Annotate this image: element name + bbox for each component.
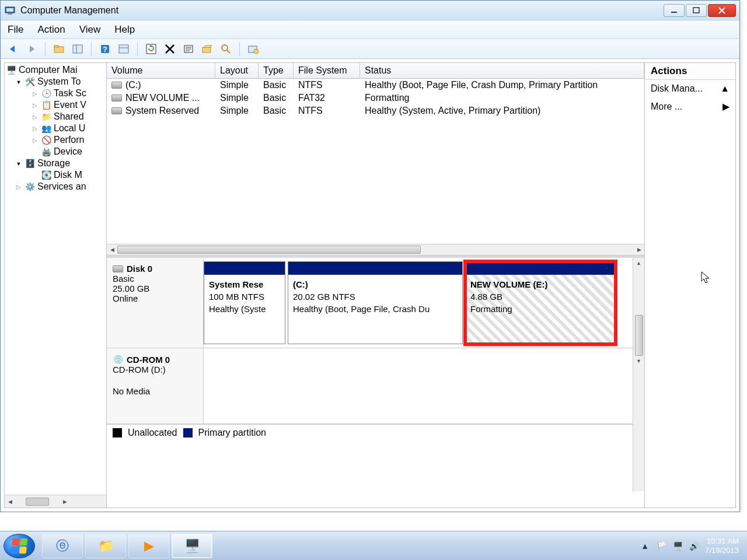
scrollbar-thumb[interactable] <box>117 246 421 254</box>
partition-header <box>466 262 615 275</box>
legend-label: Unallocated <box>128 428 177 438</box>
system-tray[interactable]: ▲ 🏳️ 🖥️ 🔊 10:31 AM 7/19/2013 <box>640 537 743 555</box>
column-filesystem[interactable]: File System <box>294 63 360 78</box>
expand-icon[interactable] <box>32 125 39 132</box>
column-status[interactable]: Status <box>360 63 644 78</box>
shared-icon: 📁 <box>41 111 51 122</box>
taskbar[interactable]: ⓔ 📁 ▶ 🖥️ ▲ 🏳️ 🖥️ 🔊 10:31 AM 7/19/2013 <box>0 531 747 560</box>
titlebar[interactable]: Computer Management <box>1 1 739 20</box>
back-button[interactable] <box>5 41 20 57</box>
tree-root[interactable]: 🖥️ Computer Mai <box>5 64 106 76</box>
show-hide-tree-button[interactable] <box>70 41 85 57</box>
action-center-icon[interactable]: 🏳️ <box>656 541 666 551</box>
taskbar-ie[interactable]: ⓔ <box>42 534 83 558</box>
up-button[interactable] <box>51 41 67 57</box>
help-button[interactable]: ? <box>97 41 113 57</box>
volume-row[interactable]: NEW VOLUME ... Simple Basic FAT32 Format… <box>107 92 644 104</box>
minimize-button[interactable] <box>664 4 685 17</box>
tree-services[interactable]: ⚙️ Services an <box>5 181 106 192</box>
services-icon: ⚙️ <box>25 181 35 192</box>
tree-disk-management[interactable]: 💽Disk M <box>5 169 106 181</box>
disk-label[interactable]: 💿CD-ROM 0 CD-ROM (D:) No Media <box>107 348 204 424</box>
tree-event-viewer[interactable]: 📋Event V <box>5 99 106 111</box>
volume-row[interactable]: System Reserved Simple Basic NTFS Health… <box>107 104 644 117</box>
svg-rect-11 <box>119 45 128 53</box>
clock[interactable]: 10:31 AM 7/19/2013 <box>705 537 739 555</box>
expand-icon[interactable] <box>32 136 39 144</box>
close-button[interactable] <box>708 4 736 17</box>
partition-system-reserved[interactable]: System Rese 100 MB NTFS Healthy (Syste <box>204 261 285 344</box>
scrollbar-thumb[interactable] <box>635 315 643 356</box>
taskbar-computer-management[interactable]: 🖥️ <box>172 534 212 558</box>
taskbar-explorer[interactable]: 📁 <box>85 534 126 558</box>
column-layout[interactable]: Layout <box>215 63 259 78</box>
column-type[interactable]: Type <box>259 63 294 78</box>
disk-label[interactable]: Disk 0 Basic 25.00 GB Online <box>107 258 204 348</box>
forward-button[interactable] <box>24 41 39 57</box>
media-icon: ▶ <box>144 538 154 554</box>
disk-row[interactable]: 💿CD-ROM 0 CD-ROM (D:) No Media <box>107 348 644 424</box>
scrollbar-thumb[interactable] <box>26 498 49 506</box>
volume-icon[interactable]: 🔊 <box>689 541 699 551</box>
menu-file[interactable]: File <box>8 24 23 36</box>
partition-header <box>288 262 462 275</box>
menu-view[interactable]: View <box>79 24 101 36</box>
tree-system-tools[interactable]: 🛠️ System To <box>5 76 106 88</box>
tree-storage[interactable]: 🗄️ Storage <box>5 158 106 169</box>
explore-button[interactable] <box>218 41 233 57</box>
volume-horizontal-scrollbar[interactable]: ▶ <box>107 244 644 256</box>
expand-icon[interactable] <box>32 90 39 97</box>
nav-tree[interactable]: 🖥️ Computer Mai 🛠️ System To 🕒Task Sc 📋E… <box>5 63 106 495</box>
network-icon[interactable]: 🖥️ <box>672 541 683 551</box>
open-button[interactable] <box>200 41 215 57</box>
disk-row[interactable]: Disk 0 Basic 25.00 GB Online System Rese… <box>107 258 644 348</box>
actions-more[interactable]: More ... ▶ <box>645 97 735 116</box>
tree-device-manager[interactable]: 🖨️Device <box>5 146 106 158</box>
tools-icon: 🛠️ <box>25 76 35 87</box>
partition-new-volume-e[interactable]: NEW VOLUME (E:) 4.88 GB Formatting <box>465 261 616 344</box>
refresh-button[interactable] <box>144 41 159 57</box>
start-button[interactable] <box>4 534 35 558</box>
menu-action[interactable]: Action <box>37 24 65 36</box>
svg-rect-18 <box>203 47 211 52</box>
expand-icon[interactable] <box>32 102 39 108</box>
volume-row[interactable]: (C:) Simple Basic NTFS Healthy (Boot, Pa… <box>107 79 644 92</box>
tree-shared-folders[interactable]: 📁Shared <box>5 111 106 123</box>
settings-button[interactable] <box>246 41 261 57</box>
expand-icon[interactable] <box>32 113 39 120</box>
column-volume[interactable]: Volume <box>107 63 215 78</box>
menu-help[interactable]: Help <box>114 24 135 36</box>
event-icon: 📋 <box>41 100 51 110</box>
show-hidden-icons[interactable]: ▲ <box>640 541 650 551</box>
ie-icon: ⓔ <box>56 537 69 555</box>
svg-rect-7 <box>73 45 82 53</box>
svg-rect-6 <box>54 46 58 47</box>
tree-performance[interactable]: 🚫Perforn <box>5 134 106 146</box>
diskmap-vertical-scrollbar[interactable] <box>633 258 644 491</box>
windows-logo-icon <box>11 538 28 554</box>
tree-item-label: System To <box>37 76 81 87</box>
tree-root-label: Computer Mai <box>19 65 77 75</box>
actions-disk-management[interactable]: Disk Mana... ▲ <box>645 80 735 97</box>
svg-text:?: ? <box>103 45 107 54</box>
maximize-button[interactable] <box>686 4 707 17</box>
disk-icon <box>113 265 123 272</box>
console-tree-button[interactable] <box>116 41 131 57</box>
volume-list[interactable]: (C:) Simple Basic NTFS Healthy (Boot, Pa… <box>107 79 644 244</box>
taskbar-media-player[interactable]: ▶ <box>128 534 169 558</box>
clock-icon: 🕒 <box>41 88 51 99</box>
svg-rect-2 <box>8 13 12 15</box>
expand-icon[interactable] <box>15 160 22 167</box>
delete-button[interactable] <box>162 41 177 57</box>
tree-task-scheduler[interactable]: 🕒Task Sc <box>5 88 106 99</box>
app-icon <box>4 5 16 16</box>
partition-c[interactable]: (C:) 20.02 GB NTFS Healthy (Boot, Page F… <box>288 261 463 344</box>
tree-local-users[interactable]: 👥Local U <box>5 123 106 134</box>
expand-icon[interactable] <box>15 78 22 85</box>
disk-partitions: System Rese 100 MB NTFS Healthy (Syste (… <box>204 258 644 348</box>
drive-icon <box>111 94 122 102</box>
volume-list-header[interactable]: Volume Layout Type File System Status <box>107 63 644 79</box>
expand-icon[interactable] <box>15 183 22 190</box>
nav-horizontal-scrollbar[interactable] <box>5 495 106 508</box>
properties-button[interactable] <box>181 41 196 57</box>
